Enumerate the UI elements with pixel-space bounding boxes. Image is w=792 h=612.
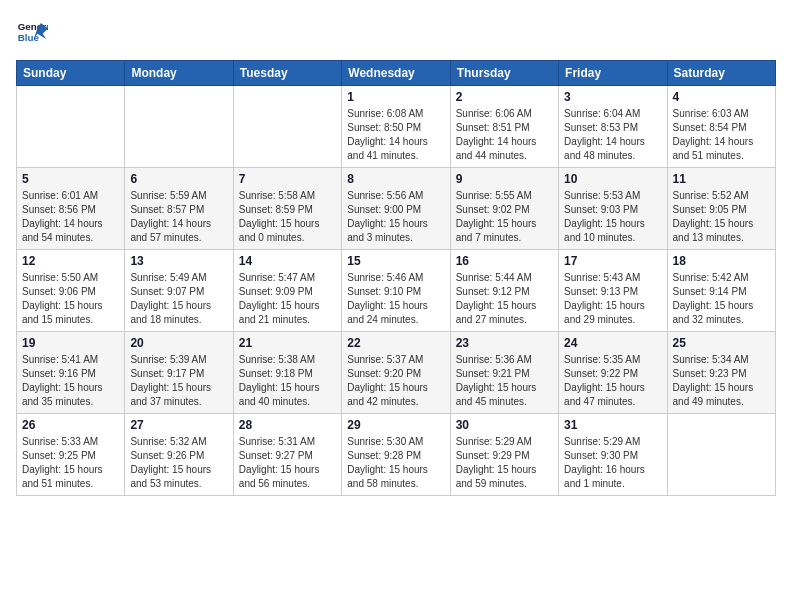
day-info: Sunrise: 5:46 AM Sunset: 9:10 PM Dayligh… bbox=[347, 271, 444, 327]
day-number: 22 bbox=[347, 336, 444, 350]
day-info: Sunrise: 5:55 AM Sunset: 9:02 PM Dayligh… bbox=[456, 189, 553, 245]
day-number: 3 bbox=[564, 90, 661, 104]
day-number: 11 bbox=[673, 172, 770, 186]
day-info: Sunrise: 5:38 AM Sunset: 9:18 PM Dayligh… bbox=[239, 353, 336, 409]
calendar-cell: 27Sunrise: 5:32 AM Sunset: 9:26 PM Dayli… bbox=[125, 414, 233, 496]
day-info: Sunrise: 6:01 AM Sunset: 8:56 PM Dayligh… bbox=[22, 189, 119, 245]
day-number: 30 bbox=[456, 418, 553, 432]
calendar-cell: 8Sunrise: 5:56 AM Sunset: 9:00 PM Daylig… bbox=[342, 168, 450, 250]
day-info: Sunrise: 5:35 AM Sunset: 9:22 PM Dayligh… bbox=[564, 353, 661, 409]
calendar-week-row: 26Sunrise: 5:33 AM Sunset: 9:25 PM Dayli… bbox=[17, 414, 776, 496]
calendar-cell: 21Sunrise: 5:38 AM Sunset: 9:18 PM Dayli… bbox=[233, 332, 341, 414]
calendar-cell: 2Sunrise: 6:06 AM Sunset: 8:51 PM Daylig… bbox=[450, 86, 558, 168]
weekday-header: Monday bbox=[125, 61, 233, 86]
day-info: Sunrise: 5:39 AM Sunset: 9:17 PM Dayligh… bbox=[130, 353, 227, 409]
day-info: Sunrise: 5:33 AM Sunset: 9:25 PM Dayligh… bbox=[22, 435, 119, 491]
day-info: Sunrise: 5:53 AM Sunset: 9:03 PM Dayligh… bbox=[564, 189, 661, 245]
weekday-header: Friday bbox=[559, 61, 667, 86]
day-info: Sunrise: 5:49 AM Sunset: 9:07 PM Dayligh… bbox=[130, 271, 227, 327]
calendar-cell: 28Sunrise: 5:31 AM Sunset: 9:27 PM Dayli… bbox=[233, 414, 341, 496]
day-number: 20 bbox=[130, 336, 227, 350]
day-number: 29 bbox=[347, 418, 444, 432]
calendar-cell bbox=[125, 86, 233, 168]
day-info: Sunrise: 5:37 AM Sunset: 9:20 PM Dayligh… bbox=[347, 353, 444, 409]
day-number: 23 bbox=[456, 336, 553, 350]
weekday-header: Thursday bbox=[450, 61, 558, 86]
day-number: 17 bbox=[564, 254, 661, 268]
day-info: Sunrise: 5:58 AM Sunset: 8:59 PM Dayligh… bbox=[239, 189, 336, 245]
weekday-header: Saturday bbox=[667, 61, 775, 86]
page-header: General Blue bbox=[16, 16, 776, 48]
day-number: 14 bbox=[239, 254, 336, 268]
calendar-cell: 31Sunrise: 5:29 AM Sunset: 9:30 PM Dayli… bbox=[559, 414, 667, 496]
calendar-cell: 30Sunrise: 5:29 AM Sunset: 9:29 PM Dayli… bbox=[450, 414, 558, 496]
calendar-cell: 18Sunrise: 5:42 AM Sunset: 9:14 PM Dayli… bbox=[667, 250, 775, 332]
day-info: Sunrise: 5:47 AM Sunset: 9:09 PM Dayligh… bbox=[239, 271, 336, 327]
day-info: Sunrise: 5:31 AM Sunset: 9:27 PM Dayligh… bbox=[239, 435, 336, 491]
day-number: 31 bbox=[564, 418, 661, 432]
day-info: Sunrise: 5:50 AM Sunset: 9:06 PM Dayligh… bbox=[22, 271, 119, 327]
day-info: Sunrise: 5:36 AM Sunset: 9:21 PM Dayligh… bbox=[456, 353, 553, 409]
day-number: 26 bbox=[22, 418, 119, 432]
calendar-cell: 23Sunrise: 5:36 AM Sunset: 9:21 PM Dayli… bbox=[450, 332, 558, 414]
weekday-header: Tuesday bbox=[233, 61, 341, 86]
calendar-cell: 25Sunrise: 5:34 AM Sunset: 9:23 PM Dayli… bbox=[667, 332, 775, 414]
calendar-table: SundayMondayTuesdayWednesdayThursdayFrid… bbox=[16, 60, 776, 496]
calendar-cell: 11Sunrise: 5:52 AM Sunset: 9:05 PM Dayli… bbox=[667, 168, 775, 250]
day-info: Sunrise: 5:32 AM Sunset: 9:26 PM Dayligh… bbox=[130, 435, 227, 491]
calendar-cell: 6Sunrise: 5:59 AM Sunset: 8:57 PM Daylig… bbox=[125, 168, 233, 250]
day-info: Sunrise: 5:29 AM Sunset: 9:30 PM Dayligh… bbox=[564, 435, 661, 491]
day-info: Sunrise: 5:41 AM Sunset: 9:16 PM Dayligh… bbox=[22, 353, 119, 409]
calendar-cell: 7Sunrise: 5:58 AM Sunset: 8:59 PM Daylig… bbox=[233, 168, 341, 250]
calendar-cell bbox=[233, 86, 341, 168]
day-number: 25 bbox=[673, 336, 770, 350]
calendar-cell: 16Sunrise: 5:44 AM Sunset: 9:12 PM Dayli… bbox=[450, 250, 558, 332]
logo: General Blue bbox=[16, 16, 52, 48]
day-info: Sunrise: 5:30 AM Sunset: 9:28 PM Dayligh… bbox=[347, 435, 444, 491]
day-number: 16 bbox=[456, 254, 553, 268]
day-number: 10 bbox=[564, 172, 661, 186]
calendar-cell: 24Sunrise: 5:35 AM Sunset: 9:22 PM Dayli… bbox=[559, 332, 667, 414]
day-number: 15 bbox=[347, 254, 444, 268]
calendar-cell: 10Sunrise: 5:53 AM Sunset: 9:03 PM Dayli… bbox=[559, 168, 667, 250]
calendar-week-row: 1Sunrise: 6:08 AM Sunset: 8:50 PM Daylig… bbox=[17, 86, 776, 168]
calendar-cell: 3Sunrise: 6:04 AM Sunset: 8:53 PM Daylig… bbox=[559, 86, 667, 168]
day-info: Sunrise: 5:34 AM Sunset: 9:23 PM Dayligh… bbox=[673, 353, 770, 409]
calendar-cell bbox=[667, 414, 775, 496]
calendar-cell: 19Sunrise: 5:41 AM Sunset: 9:16 PM Dayli… bbox=[17, 332, 125, 414]
day-number: 12 bbox=[22, 254, 119, 268]
calendar-cell: 1Sunrise: 6:08 AM Sunset: 8:50 PM Daylig… bbox=[342, 86, 450, 168]
calendar-cell: 5Sunrise: 6:01 AM Sunset: 8:56 PM Daylig… bbox=[17, 168, 125, 250]
calendar-week-row: 19Sunrise: 5:41 AM Sunset: 9:16 PM Dayli… bbox=[17, 332, 776, 414]
day-info: Sunrise: 5:44 AM Sunset: 9:12 PM Dayligh… bbox=[456, 271, 553, 327]
day-info: Sunrise: 5:52 AM Sunset: 9:05 PM Dayligh… bbox=[673, 189, 770, 245]
calendar-cell: 20Sunrise: 5:39 AM Sunset: 9:17 PM Dayli… bbox=[125, 332, 233, 414]
day-info: Sunrise: 6:04 AM Sunset: 8:53 PM Dayligh… bbox=[564, 107, 661, 163]
day-number: 21 bbox=[239, 336, 336, 350]
day-number: 2 bbox=[456, 90, 553, 104]
calendar-cell: 14Sunrise: 5:47 AM Sunset: 9:09 PM Dayli… bbox=[233, 250, 341, 332]
calendar-cell: 15Sunrise: 5:46 AM Sunset: 9:10 PM Dayli… bbox=[342, 250, 450, 332]
day-info: Sunrise: 5:43 AM Sunset: 9:13 PM Dayligh… bbox=[564, 271, 661, 327]
calendar-cell: 26Sunrise: 5:33 AM Sunset: 9:25 PM Dayli… bbox=[17, 414, 125, 496]
calendar-cell: 4Sunrise: 6:03 AM Sunset: 8:54 PM Daylig… bbox=[667, 86, 775, 168]
day-number: 7 bbox=[239, 172, 336, 186]
day-number: 4 bbox=[673, 90, 770, 104]
day-info: Sunrise: 6:03 AM Sunset: 8:54 PM Dayligh… bbox=[673, 107, 770, 163]
weekday-header: Sunday bbox=[17, 61, 125, 86]
day-number: 13 bbox=[130, 254, 227, 268]
calendar-cell: 17Sunrise: 5:43 AM Sunset: 9:13 PM Dayli… bbox=[559, 250, 667, 332]
day-info: Sunrise: 5:42 AM Sunset: 9:14 PM Dayligh… bbox=[673, 271, 770, 327]
calendar-week-row: 5Sunrise: 6:01 AM Sunset: 8:56 PM Daylig… bbox=[17, 168, 776, 250]
day-number: 5 bbox=[22, 172, 119, 186]
logo-icon: General Blue bbox=[16, 16, 48, 48]
day-number: 24 bbox=[564, 336, 661, 350]
calendar-cell: 12Sunrise: 5:50 AM Sunset: 9:06 PM Dayli… bbox=[17, 250, 125, 332]
weekday-header: Wednesday bbox=[342, 61, 450, 86]
day-number: 28 bbox=[239, 418, 336, 432]
calendar-cell: 13Sunrise: 5:49 AM Sunset: 9:07 PM Dayli… bbox=[125, 250, 233, 332]
day-number: 8 bbox=[347, 172, 444, 186]
day-info: Sunrise: 5:59 AM Sunset: 8:57 PM Dayligh… bbox=[130, 189, 227, 245]
calendar-week-row: 12Sunrise: 5:50 AM Sunset: 9:06 PM Dayli… bbox=[17, 250, 776, 332]
day-number: 27 bbox=[130, 418, 227, 432]
